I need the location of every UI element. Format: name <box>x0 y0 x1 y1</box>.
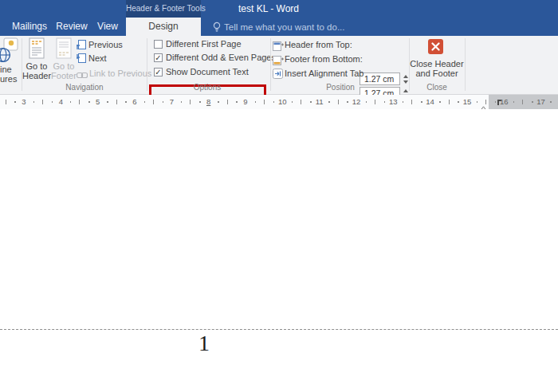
ruler-tick-quarter <box>33 101 35 103</box>
options-group-label: Options <box>167 83 247 92</box>
right-indent-marker[interactable] <box>478 102 489 109</box>
spin-up-icon[interactable] <box>403 75 408 78</box>
checkbox-box[interactable]: ✓ <box>154 68 163 76</box>
previous-icon <box>77 39 86 53</box>
previous-button[interactable]: Previous <box>77 39 145 49</box>
footer-boundary-dashed-line <box>0 329 558 330</box>
ruler-tick-quarter <box>532 101 533 103</box>
ruler-tick-half <box>264 100 265 104</box>
go-to-footer-label-line1: Go to <box>51 62 77 72</box>
tab-view[interactable]: View <box>94 18 121 36</box>
checkbox-label[interactable]: Different First Page <box>166 39 242 49</box>
ruler-tick-half <box>301 100 301 104</box>
close-x-icon <box>428 39 443 54</box>
ruler-tick-half <box>411 100 412 104</box>
checkbox-box[interactable] <box>154 40 163 49</box>
close-label-line2: and Footer <box>410 69 464 78</box>
ruler-tick-half <box>116 100 117 104</box>
insert-alignment-tab-label: Insert Alignment Tab <box>285 69 363 78</box>
ruler-tick-half <box>190 100 191 104</box>
go-to-footer-label-line2: Footer <box>51 72 77 81</box>
ruler-tick-quarter <box>550 101 552 103</box>
footer-from-bottom-label: Footer from Bottom: <box>285 54 363 64</box>
contextual-tab-group-label: Header & Footer Tools <box>126 0 201 18</box>
group-divider <box>270 38 271 91</box>
ruler-number: 6 <box>128 97 141 106</box>
navigation-group-label: Navigation <box>45 83 124 92</box>
ruler-tick-quarter <box>273 101 275 103</box>
alignment-tab-icon <box>273 68 283 82</box>
ruler-tick-quarter <box>181 101 183 103</box>
ruler-tick-quarter <box>255 101 257 103</box>
next-label: Next <box>88 53 107 63</box>
ruler-tick-quarter <box>163 101 164 103</box>
ruler-number: 13 <box>387 97 399 106</box>
ruler-number: 8 <box>202 97 215 106</box>
group-divider <box>147 38 147 91</box>
footer-page-number[interactable]: 1 <box>190 331 218 356</box>
ruler-tick-quarter <box>328 101 330 103</box>
footer-position-icon <box>273 54 284 69</box>
tell-me-box[interactable]: Tell me what you want to do... <box>224 18 345 36</box>
go-to-header-button[interactable]: Go to Header <box>22 37 51 83</box>
close-label-line1: Close Header <box>410 59 464 69</box>
checkbox-label[interactable]: Show Document Text <box>166 67 249 76</box>
ruler-tick-quarter <box>125 101 127 103</box>
ruler-tick-half <box>485 100 486 104</box>
ruler-tick-quarter <box>513 101 515 103</box>
ribbon-tab-row: Mailings Review View Design Tell me what… <box>0 18 558 36</box>
ruler-tick-quarter <box>310 101 312 103</box>
online-pictures-button-cutoff[interactable]: ine ures <box>0 36 22 92</box>
tab-mailings[interactable]: Mailings <box>8 18 51 36</box>
ruler-tick-quarter <box>52 101 53 103</box>
link-to-previous-label: Link to Previous <box>89 69 151 78</box>
document-canvas[interactable]: 1 <box>0 109 558 392</box>
ruler-number: 14 <box>424 97 437 106</box>
ruler-number: 11 <box>313 97 326 106</box>
group-divider <box>465 38 466 91</box>
ruler-number: 9 <box>239 97 252 106</box>
ruler-tick-quarter <box>70 101 72 103</box>
ruler-tick-half <box>6 100 6 104</box>
checkbox-box[interactable]: ✓ <box>154 53 163 62</box>
go-to-header-label-line2: Header <box>22 72 51 81</box>
online-pictures-label-line2: ures <box>0 74 17 84</box>
previous-label: Previous <box>88 40 123 49</box>
tell-me-lightbulb-icon <box>212 22 222 36</box>
ruler-tick-quarter <box>366 101 367 103</box>
ruler-tick-quarter <box>403 101 404 103</box>
title-bar: Header & Footer Tools test KL - Word <box>0 0 558 18</box>
tab-review[interactable]: Review <box>56 18 88 36</box>
ruler-tick-quarter <box>458 101 459 103</box>
ruler-number: 17 <box>535 97 548 106</box>
ruler-tick-half <box>79 100 80 104</box>
ruler-tick-quarter <box>292 101 293 103</box>
ruler-number: 7 <box>165 97 178 106</box>
ruler-number: 4 <box>54 97 67 106</box>
ribbon: ine ures Go to Header <box>0 36 558 95</box>
ruler-tick-quarter <box>14 101 16 103</box>
ruler-tick-quarter <box>236 101 238 103</box>
checkbox-label[interactable]: Different Odd & Even Pages <box>166 53 276 62</box>
ruler-number: 10 <box>276 97 289 106</box>
ruler-tick-quarter <box>477 101 478 103</box>
ruler-number: 5 <box>92 97 104 106</box>
globe-icon <box>0 47 11 66</box>
horizontal-ruler[interactable]: 34567891011121314151617 <box>0 95 558 109</box>
ruler-tick-half <box>227 100 228 104</box>
insert-alignment-tab-button[interactable]: Insert Alignment Tab <box>273 68 384 79</box>
go-to-footer-icon <box>55 37 73 63</box>
header-position-icon <box>273 40 284 54</box>
ruler-tick-half <box>42 100 43 104</box>
go-to-footer-button-disabled[interactable]: Go to Footer <box>51 37 77 83</box>
ruler-tick-half <box>449 100 450 104</box>
ruler-tick-quarter <box>144 101 146 103</box>
ruler-number: 15 <box>461 97 474 106</box>
link-to-previous-button-disabled[interactable]: Link to Previous <box>77 68 145 78</box>
ruler-tick-quarter <box>107 101 108 103</box>
ruler-tick-half <box>375 100 375 104</box>
next-button[interactable]: Next <box>77 53 145 63</box>
go-to-header-icon <box>28 37 45 63</box>
close-header-footer-button[interactable]: Close Header and Footer <box>410 36 464 82</box>
tab-design-active[interactable]: Design <box>126 18 201 36</box>
